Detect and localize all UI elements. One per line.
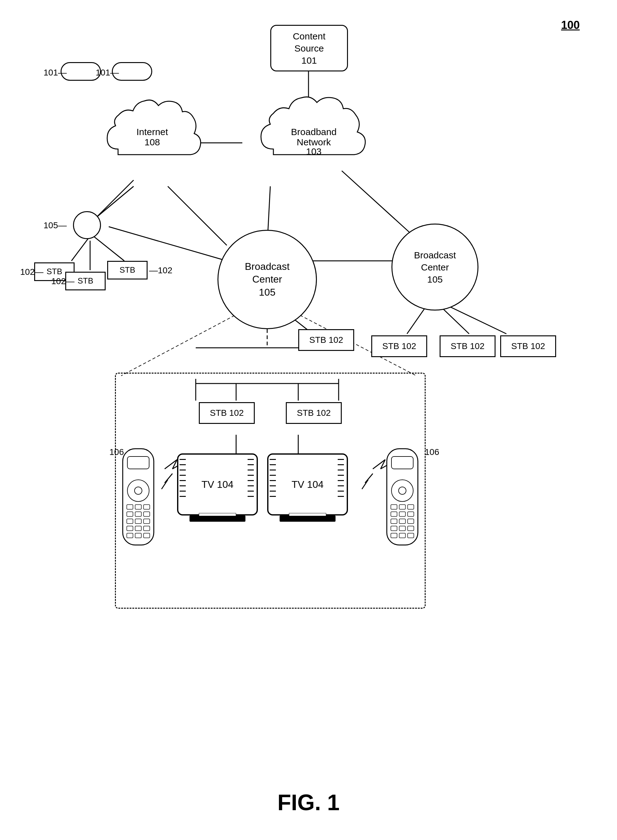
label-102-stb-left2: 102— [51,276,75,286]
svg-line-7 [109,227,227,261]
tv-104-right: TV 104 [267,453,348,522]
stb-102-right1: STB 102 [371,335,427,357]
diagram: 100 [0,0,617,840]
stb-102-center: STB 102 [298,329,354,351]
content-source-node: Content Source 101 [270,25,348,71]
stb-102-right2: STB 102 [440,335,496,357]
svg-text:Internet: Internet [136,127,168,137]
lightning-right [359,472,381,491]
stb-102-home1: STB 102 [199,402,255,424]
svg-text:103: 103 [306,146,322,156]
stb-102-home2: STB 102 [286,402,342,424]
internet-cloud: Internet 108 [103,90,202,183]
svg-line-10 [93,236,124,261]
label-106-left: 106 [109,447,124,457]
stb-bottom-left: STB [107,261,148,280]
svg-text:Network: Network [297,137,331,147]
svg-text:108: 108 [145,137,160,147]
broadcast-center-main: Broadcast Center 105 [217,230,317,329]
svg-line-6 [96,180,134,217]
broadcast-center-right: Broadcast Center 105 [391,224,478,311]
remote-left [118,447,158,553]
node-105-left [73,211,101,239]
label-106-right: 106 [425,447,439,457]
label-101-left2: 101— [96,68,119,78]
remote-right [382,447,422,553]
svg-line-5 [96,186,134,217]
svg-line-8 [71,236,90,261]
broadband-network-cloud: Broadband Network 103 [255,87,373,186]
stb-102-right3: STB 102 [500,335,556,357]
svg-text:Broadband: Broadband [291,127,337,137]
label-105: 105— [43,221,67,230]
label-102-bottom: —102 [149,265,173,276]
figure-label: FIG. 1 [278,790,339,815]
svg-line-2 [168,186,227,245]
tv-104-left: TV 104 [177,453,258,522]
figure-number: 100 [561,19,580,32]
lightning-left [158,472,180,491]
label-102-stb-left1: 102— [20,267,43,277]
label-101-left1: 101— [43,68,67,78]
